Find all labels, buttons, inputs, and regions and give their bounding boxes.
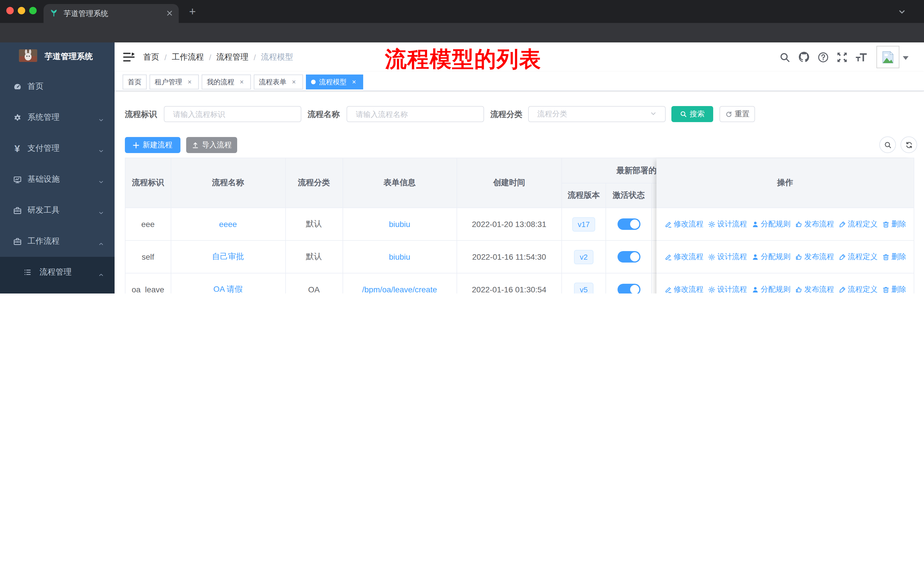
browser-tab[interactable]: 芋道管理系统 xyxy=(43,4,179,23)
tag-流程模型[interactable]: 流程模型× xyxy=(306,74,363,89)
font-size-icon[interactable] xyxy=(855,51,868,63)
toggle-search-button[interactable] xyxy=(879,136,896,153)
active-toggle[interactable] xyxy=(617,284,640,293)
tag-租户管理[interactable]: 租户管理× xyxy=(150,74,199,89)
action-流程定义[interactable]: 流程定义 xyxy=(839,284,878,293)
reset-button-label: 重置 xyxy=(735,109,749,119)
tag-close-icon[interactable]: × xyxy=(238,78,246,86)
tab-close-icon[interactable] xyxy=(166,8,173,19)
hamburger-icon[interactable] xyxy=(123,53,135,64)
search-button[interactable]: 搜索 xyxy=(672,106,713,122)
logo-avatar xyxy=(19,49,37,64)
import-process-button[interactable]: 导入流程 xyxy=(186,137,237,153)
create-process-button[interactable]: 新建流程 xyxy=(125,137,180,153)
user-caret-icon[interactable] xyxy=(903,52,909,62)
filter-name-input[interactable] xyxy=(346,106,484,122)
tag-close-icon[interactable]: × xyxy=(186,78,194,86)
tag-首页[interactable]: 首页 xyxy=(122,74,147,89)
filter-category-select[interactable]: 流程分类 xyxy=(528,106,666,122)
reset-button[interactable]: 重置 xyxy=(719,106,755,122)
sidebar-item-home[interactable]: 首页 xyxy=(0,71,115,102)
cell-name-link[interactable]: 自己审批 xyxy=(171,241,285,273)
cell-category: 默认 xyxy=(285,208,343,241)
sidebar-item-infra[interactable]: 基础设施 xyxy=(0,164,115,195)
cell-name-link[interactable]: OA 请假 xyxy=(171,273,285,293)
select-chevron-icon xyxy=(650,110,657,118)
filter-key-input[interactable] xyxy=(164,106,301,122)
github-icon[interactable] xyxy=(798,51,810,63)
chevron-down-icon xyxy=(98,116,104,125)
help-icon[interactable] xyxy=(817,51,829,63)
action-修改流程[interactable]: 修改流程 xyxy=(665,284,703,293)
breadcrumb-separator: / xyxy=(209,53,211,62)
trash-icon xyxy=(882,253,889,261)
cell-form-link[interactable]: /bpm/oa/leave/create xyxy=(343,273,457,293)
sidebar-logo[interactable]: 芋道管理系统 xyxy=(0,42,115,71)
cell-form-link[interactable]: biubiu xyxy=(343,241,457,273)
window-close-button[interactable] xyxy=(6,7,14,14)
action-修改流程[interactable]: 修改流程 xyxy=(665,251,703,262)
action-分配规则[interactable]: 分配规则 xyxy=(752,251,790,262)
user-icon xyxy=(752,286,759,293)
trash-icon xyxy=(882,286,889,293)
column-header-1: 流程名称 xyxy=(171,158,285,208)
breadcrumb-item[interactable]: 流程管理 xyxy=(216,52,249,62)
action-修改流程[interactable]: 修改流程 xyxy=(665,219,703,229)
breadcrumb: 首页/工作流程/流程管理/流程模型 xyxy=(143,42,293,72)
sidebar-item-system[interactable]: 系统管理 xyxy=(0,102,115,133)
action-发布流程[interactable]: 发布流程 xyxy=(795,219,834,229)
action-设计流程[interactable]: 设计流程 xyxy=(708,284,747,293)
cell-key: eee xyxy=(125,208,171,241)
action-删除[interactable]: 删除 xyxy=(882,284,906,293)
breadcrumb-item[interactable]: 工作流程 xyxy=(172,52,204,62)
cell-created: 2022-01-20 13:08:31 xyxy=(457,208,562,241)
user-avatar[interactable] xyxy=(876,46,899,68)
new-tab-button[interactable]: + xyxy=(186,5,199,18)
action-流程定义[interactable]: 流程定义 xyxy=(839,251,878,262)
window-minimize-button[interactable] xyxy=(18,7,25,14)
window-zoom-button[interactable] xyxy=(29,7,37,14)
cell-created: 2022-01-16 11:54:30 xyxy=(457,241,562,273)
refresh-button[interactable] xyxy=(901,136,917,153)
action-设计流程[interactable]: 设计流程 xyxy=(708,251,747,262)
action-分配规则[interactable]: 分配规则 xyxy=(752,219,790,229)
sidebar-item-label: 工作流程 xyxy=(28,236,59,246)
action-删除[interactable]: 删除 xyxy=(882,219,906,229)
sidebar-item-devtools[interactable]: 研发工具 xyxy=(0,195,115,226)
top-navbar: 首页/工作流程/流程管理/流程模型 流程模型的列表 xyxy=(115,42,924,72)
breadcrumb-item[interactable]: 首页 xyxy=(143,52,159,62)
action-删除[interactable]: 删除 xyxy=(882,251,906,262)
search-icon[interactable] xyxy=(779,51,790,63)
cell-created: 2022-01-16 01:30:54 xyxy=(457,273,562,293)
sidebar-item-process-form[interactable]: 流程表单 xyxy=(0,288,115,293)
sidebar-item-process-mgmt[interactable]: 流程管理 xyxy=(0,257,115,288)
tag-close-icon[interactable]: × xyxy=(350,78,358,86)
action-流程定义[interactable]: 流程定义 xyxy=(839,219,878,229)
tag-close-icon[interactable]: × xyxy=(290,78,298,86)
version-tag: v5 xyxy=(574,282,593,293)
tag-我的流程[interactable]: 我的流程× xyxy=(201,74,251,89)
action-发布流程[interactable]: 发布流程 xyxy=(795,251,834,262)
action-设计流程[interactable]: 设计流程 xyxy=(708,219,747,229)
sidebar-item-label: 支付管理 xyxy=(28,143,59,154)
row-actions: 修改流程设计流程分配规则发布流程流程定义删除 xyxy=(657,273,914,293)
chevron-up-icon xyxy=(98,240,104,249)
sidebar-item-label: 研发工具 xyxy=(28,205,59,215)
sidebar-item-payment[interactable]: ¥支付管理 xyxy=(0,133,115,164)
tab-search-chevron-icon[interactable] xyxy=(898,7,906,18)
cell-form-link[interactable]: biubiu xyxy=(343,208,457,241)
column-header-3: 表单信息 xyxy=(343,158,457,208)
fullscreen-icon[interactable] xyxy=(837,51,848,63)
cell-name-link[interactable]: eeee xyxy=(171,208,285,241)
tag-流程表单[interactable]: 流程表单× xyxy=(254,74,303,89)
active-dot xyxy=(311,80,316,84)
action-发布流程[interactable]: 发布流程 xyxy=(795,284,834,293)
sidebar-item-label: 首页 xyxy=(28,81,43,92)
active-toggle[interactable] xyxy=(617,218,640,230)
create-button-label: 新建流程 xyxy=(143,140,172,150)
sidebar-item-workflow[interactable]: 工作流程 xyxy=(0,226,115,257)
active-toggle[interactable] xyxy=(617,251,640,263)
action-分配规则[interactable]: 分配规则 xyxy=(752,284,790,293)
tag-label: 流程表单 xyxy=(259,77,286,87)
cell-version: v5 xyxy=(562,273,606,293)
